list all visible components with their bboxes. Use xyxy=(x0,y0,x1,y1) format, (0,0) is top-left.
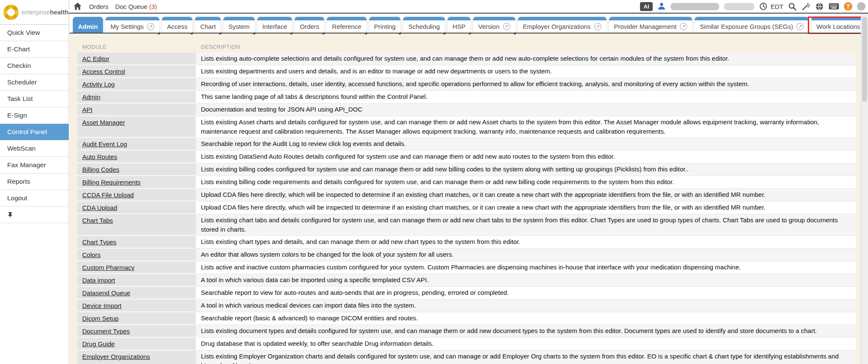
module-description: Searchable report for the Audit Log to r… xyxy=(196,138,856,151)
module-link[interactable]: Asset Manager xyxy=(82,119,125,126)
module-description: Upload CDA files here directly, which wi… xyxy=(196,202,856,214)
module-description: A tool in which various medical devices … xyxy=(196,300,856,312)
tab-hsp[interactable]: HSP xyxy=(448,17,471,33)
table-row-chart-tabs: Chart Tabs Lists existing chart tabs and… xyxy=(77,214,856,236)
external-link-icon xyxy=(594,23,601,30)
tab-provider-management[interactable]: Provider Management xyxy=(609,17,693,33)
module-description: Lists existing DataSend Auto Routes deta… xyxy=(196,151,856,163)
tab-strip: Admin My Settings Access Char xyxy=(70,14,868,33)
module-link[interactable]: CDA Upload xyxy=(82,204,117,211)
sidebar-item-webscan[interactable]: WebScan xyxy=(0,140,69,157)
tab-similar-exposure-groups-segs[interactable]: Similar Exposure Groups (SEGs) xyxy=(695,17,809,33)
sidebar-item-control-panel[interactable]: Control Panel xyxy=(0,124,69,140)
home-icon[interactable] xyxy=(73,2,82,11)
breadcrumb-doc-queue[interactable]: Doc Queue (3) xyxy=(115,3,157,10)
module-description: Searchable report (basic & advanced) to … xyxy=(196,312,856,325)
module-link[interactable]: Colors xyxy=(82,251,100,258)
table-row-auto-routes: Auto Routes Lists existing DataSend Auto… xyxy=(77,151,856,163)
module-link[interactable]: Chart Types xyxy=(82,238,117,246)
module-description: A tool in which various data can be impo… xyxy=(196,274,856,287)
sidebar-item-logout[interactable]: Logout xyxy=(0,190,69,207)
module-link[interactable]: Billing Requirements xyxy=(82,179,141,186)
sidebar: Quick View E-Chart Checkin Scheduler Tas… xyxy=(0,25,69,364)
tab-orders[interactable]: Orders xyxy=(295,17,324,33)
table-row-document-types: Document Types Lists existing document t… xyxy=(77,325,856,338)
module-link[interactable]: Drug Guide xyxy=(82,340,115,347)
top-icon-toolbar: AI EDT ? xyxy=(640,0,865,13)
module-link[interactable]: Dicom Setup xyxy=(82,315,119,322)
scrollbar-thumb[interactable] xyxy=(862,17,867,102)
module-link[interactable]: Device Import xyxy=(82,302,122,309)
module-link[interactable]: Document Types xyxy=(82,328,130,335)
tab-access[interactable]: Access xyxy=(162,17,192,33)
brand-name: enterprisehealth xyxy=(22,8,69,16)
module-link[interactable]: Access Control xyxy=(82,68,125,75)
tab-system[interactable]: System xyxy=(223,17,255,33)
table-row-data-import: Data import A tool in which various data… xyxy=(77,274,856,287)
tab-employer-organizations[interactable]: Employer Organizations xyxy=(518,17,606,33)
scrollbar[interactable] xyxy=(861,14,868,364)
table-row-billing-codes: Billing Codes Lists existing billing cod… xyxy=(77,163,856,176)
module-link[interactable]: Activity Log xyxy=(82,81,115,88)
sidebar-item-quick-view[interactable]: Quick View xyxy=(0,25,69,41)
table-row-audit-event-log: Audit Event Log Searchable report for th… xyxy=(77,138,856,151)
pin-sidebar-button[interactable] xyxy=(0,207,69,223)
tab-printing[interactable]: Printing xyxy=(369,17,401,33)
module-link[interactable]: Admin xyxy=(82,93,100,101)
timezone-label: EDT xyxy=(771,3,783,10)
module-link[interactable]: Auto Routes xyxy=(82,153,117,160)
tab-scheduling[interactable]: Scheduling xyxy=(403,17,445,33)
description-column-header: DESCRIPTION xyxy=(196,44,856,50)
table-row-chart-types: Chart Types Lists existing chart types a… xyxy=(77,236,856,249)
tab-admin[interactable]: Admin xyxy=(73,17,103,33)
table-row-admin: Admin This same landing page of all tabs… xyxy=(77,91,856,104)
sidebar-item-checkin[interactable]: Checkin xyxy=(0,58,69,74)
table-header: MODULE DESCRIPTION xyxy=(77,41,856,53)
tab-version[interactable]: Version xyxy=(473,17,515,33)
sidebar-item-scheduler[interactable]: Scheduler xyxy=(0,74,69,91)
module-link[interactable]: Billing Codes xyxy=(82,166,120,173)
tab-interface[interactable]: Interface xyxy=(257,17,292,33)
sidebar-item-task-list[interactable]: Task List xyxy=(0,91,69,107)
table-row-activity-log: Activity Log Recording of user interacti… xyxy=(77,78,856,91)
module-link[interactable]: API xyxy=(82,106,92,113)
module-description: This same landing page of all tabs & des… xyxy=(196,91,856,104)
module-table: MODULE DESCRIPTION AC Editor Lists exist… xyxy=(77,41,856,364)
module-link[interactable]: CCDA File Upload xyxy=(82,191,134,199)
module-link[interactable]: Employer Organizations xyxy=(82,353,150,360)
table-row-drug-guide: Drug Guide Drug database that is updated… xyxy=(77,338,856,350)
search-icon[interactable] xyxy=(788,2,797,11)
logo-icon xyxy=(3,5,19,20)
module-description: Recording of user interactions, details,… xyxy=(196,78,856,91)
top-bar-divider xyxy=(69,13,868,14)
help-icon[interactable]: ? xyxy=(844,2,852,11)
tab-work-locations[interactable]: Work Locations xyxy=(811,17,868,33)
user-icon[interactable] xyxy=(657,2,666,11)
sidebar-item-e-sign[interactable]: E-Sign xyxy=(0,107,69,124)
keyboard-icon[interactable] xyxy=(829,3,839,10)
module-link[interactable]: Data import xyxy=(82,277,115,284)
wand-icon[interactable] xyxy=(801,2,810,11)
sidebar-item-e-chart[interactable]: E-Chart xyxy=(0,41,69,58)
tab-reference[interactable]: Reference xyxy=(327,17,366,33)
table-row-billing-requirements: Billing Requirements Lists existing bill… xyxy=(77,176,856,189)
module-description: Lists existing billing code requirements… xyxy=(196,176,856,189)
avatar[interactable] xyxy=(857,2,865,11)
module-link[interactable]: Datasend Queue xyxy=(82,289,130,297)
module-link[interactable]: Audit Event Log xyxy=(82,140,127,148)
module-description: Drug database that is updated weekly, to… xyxy=(196,338,856,350)
module-link[interactable]: Chart Tabs xyxy=(82,217,113,224)
tab-chart[interactable]: Chart xyxy=(195,17,221,33)
sidebar-item-fax-manager[interactable]: Fax Manager xyxy=(0,157,69,174)
module-link[interactable]: AC Editor xyxy=(82,55,109,62)
table-row-access-control: Access Control Lists existing department… xyxy=(77,65,856,78)
module-description: Lists existing Employer Organization cha… xyxy=(196,350,856,364)
ai-badge[interactable]: AI xyxy=(640,2,653,11)
module-link[interactable]: Custom Pharmacy xyxy=(82,264,134,271)
tab-my-settings[interactable]: My Settings xyxy=(106,17,159,33)
clock-icon[interactable] xyxy=(759,2,768,11)
globe-icon[interactable] xyxy=(815,2,824,11)
sidebar-item-reports[interactable]: Reports xyxy=(0,174,69,190)
module-description: Lists existing chart tabs and details co… xyxy=(196,214,856,236)
breadcrumb-orders[interactable]: Orders xyxy=(89,3,108,10)
